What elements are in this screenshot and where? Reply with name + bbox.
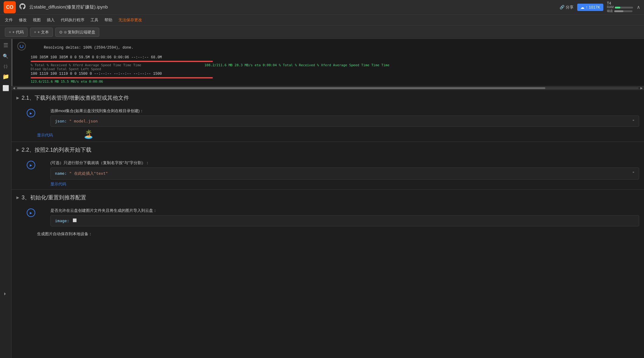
name-value: " 在此处插入"text" — [69, 171, 108, 176]
section-2-2-header[interactable]: ▶ 2.2、按照2.1的列表开始下载 — [12, 142, 644, 158]
logo-icon: CO — [4, 1, 16, 13]
json-value: " model.json — [69, 119, 98, 123]
share-icon: 🔗 — [560, 5, 564, 9]
cloud-upload-button[interactable]: ☁ ↑ 1017K — [577, 4, 603, 11]
share-button[interactable]: 🔗 分享 — [560, 5, 574, 10]
image-checkbox[interactable] — [73, 219, 77, 222]
progress-bar-2 — [31, 77, 213, 78]
github-icon — [19, 3, 26, 11]
section-3: ▶ 3、初始化/重置到推荐配置 ▶ 是否允许在云盘创建图片文件夹且将生成的图片导… — [12, 190, 644, 242]
section-2-1-title: 2.1、下载列表管理/增删改查模型或其他文件 — [22, 94, 129, 102]
expand-button[interactable]: ∧ — [637, 4, 640, 10]
plus-text-icon: + — [34, 30, 36, 34]
image-label: image: — [55, 219, 69, 223]
section-2-1-arrow: ▶ — [16, 96, 19, 100]
output-line-1: Resolving deltas: 100% (2594/2594), done… — [31, 41, 640, 54]
play-icon-2-2: ▶ — [30, 164, 32, 167]
topbar-right: 🔗 分享 ☁ ↑ 1017K T4 RAM 磁盘 ∧ — [560, 1, 640, 13]
download-cols: Dload Upload Total Spent Left Speed — [31, 67, 640, 71]
toolbar: + + 代码 + + 文本 ⊙ ⊙ 复制到云端硬盘 — [0, 26, 644, 39]
eta-line-2: 123.6/211.6 MB 15.5 MB/s eta 0:00:06 — [31, 80, 640, 84]
menu-insert[interactable]: 插入 — [47, 17, 55, 23]
cell-2-2-content: (可选）只进行部分下载就填（复制名字按"与"字分割）： name: " 在此处插… — [37, 160, 639, 187]
json-label: json: — [55, 119, 67, 123]
sidebar-arrow-right[interactable] — [2, 291, 7, 297]
show-code-2-1[interactable]: 显示代码 — [37, 133, 53, 138]
menu-runtime[interactable]: 代码执行程序 — [61, 17, 84, 23]
cell-3-bottom-text: 生成图片自动保存到本地设备： — [37, 229, 639, 239]
topbar: CO 云stable_diffusion(修复挖矿嫌疑).ipynb 🔗 分享 … — [0, 0, 644, 15]
menubar: 文件 修改 视图 插入 代码执行程序 工具 帮助 无法保存更改 — [0, 15, 644, 26]
cloud-icon: ☁ — [580, 5, 584, 10]
sidebar-menu-icon[interactable]: ☰ — [3, 42, 8, 49]
show-code-2-2[interactable]: 显示代码 — [50, 181, 639, 187]
eta-line-1: 108.2/211.6 MB 28.3 MB/s eta 0:00:04 % T… — [204, 63, 389, 67]
section-3-header[interactable]: ▶ 3、初始化/重置到推荐配置 — [12, 190, 644, 205]
cell-spinner — [17, 42, 26, 50]
output-cell-running: Resolving deltas: 100% (2594/2594), done… — [12, 39, 644, 86]
progress-bar-1 — [31, 61, 213, 62]
name-label: name: — [55, 171, 67, 176]
add-code-button[interactable]: + + 代码 — [5, 28, 28, 37]
copy-cloud-icon: ⊙ — [59, 30, 63, 34]
palm-tree-emoji: 🏝️ — [83, 129, 94, 139]
cell-2-1: ▶ 选择mod集合(如果云盘没找到集合则在根目录创建)： json: " mod… — [12, 106, 644, 142]
sidebar-files-icon[interactable]: 📁 — [2, 73, 9, 80]
disk-bar — [614, 10, 632, 12]
cell-2-2: ▶ (可选）只进行部分下载就填（复制名字按"与"字分割）： name: " 在此… — [12, 158, 644, 189]
cell-3-run-button[interactable]: ▶ — [27, 208, 35, 217]
section-2-2-title: 2.2、按照2.1的列表开始下载 — [22, 146, 91, 153]
cell-2-2-description: (可选）只进行部分下载就填（复制名字按"与"字分割）： — [50, 160, 639, 166]
cell-2-2-run-button[interactable]: ▶ — [27, 161, 35, 169]
output-progress-1: 100 385M 100 385M 0 0 59.5M 0 0:00:06 0:… — [31, 55, 640, 84]
quote-mark: " — [632, 119, 635, 123]
cell-3: ▶ 是否允许在云盘创建图片文件夹且将生成的图片导入到云盘： image: 生成图… — [12, 205, 644, 242]
menu-edit[interactable]: 修改 — [19, 17, 27, 23]
cell-2-1-footer: 显示代码 🏝️ — [37, 129, 639, 139]
cell-2-1-run-button[interactable]: ▶ — [27, 109, 35, 117]
ram-indicator: T4 RAM 磁盘 — [607, 1, 633, 13]
cell-3-content: 是否允许在云盘创建图片文件夹且将生成的图片导入到云盘： image: 生成图片自… — [37, 208, 639, 239]
section-2-2-arrow: ▶ — [16, 148, 19, 152]
cell-3-description: 是否允许在云盘创建图片文件夹且将生成的图片导入到云盘： — [50, 208, 639, 213]
sidebar-square-icon[interactable]: ⬜ — [2, 85, 9, 91]
ram-label: RAM — [607, 5, 614, 9]
menu-save-warning[interactable]: 无法保存更改 — [118, 17, 142, 23]
quote-mark-2: " — [632, 171, 635, 175]
scroll-right-arrow[interactable]: ▶ — [640, 86, 643, 90]
notebook-title: 云stable_diffusion(修复挖矿嫌疑).ipynb — [29, 4, 556, 10]
section-3-arrow: ▶ — [16, 195, 19, 200]
scroll-track[interactable] — [17, 87, 639, 89]
section-2-1: ▶ 2.1、下载列表管理/增删改查模型或其他文件 ▶ 选择mod集合(如果云盘没… — [12, 90, 644, 142]
horizontal-scrollbar[interactable]: ◀ ▶ — [12, 86, 644, 90]
section-2-2: ▶ 2.2、按照2.1的列表开始下载 ▶ (可选）只进行部分下载就填（复制名字按… — [12, 142, 644, 189]
section-2-1-header[interactable]: ▶ 2.1、下载列表管理/增删改查模型或其他文件 — [12, 90, 644, 106]
output-progress-2-text: 100 1119 100 1119 0 0 1500 0 --:--:-- --… — [31, 72, 640, 76]
left-sidebar: ☰ 🔍 {:} 📁 ⬜ — [0, 39, 12, 358]
cell-3-code: image: — [50, 215, 639, 226]
plus-icon: + — [9, 30, 11, 34]
play-icon-2-1: ▶ — [30, 112, 32, 115]
cell-2-1-content: 选择mod集合(如果云盘没找到集合则在根目录创建)： json: " model… — [37, 108, 639, 139]
menu-help[interactable]: 帮助 — [104, 17, 112, 23]
section-3-title: 3、初始化/重置到推荐配置 — [22, 194, 86, 201]
cell-2-1-code: json: " model.json " — [50, 115, 639, 127]
menu-tools[interactable]: 工具 — [90, 17, 98, 23]
ram-bar — [615, 7, 633, 9]
add-text-button[interactable]: + + 文本 — [30, 28, 53, 37]
disk-label: 磁盘 — [607, 9, 613, 13]
sidebar-search-icon[interactable]: 🔍 — [3, 53, 9, 59]
menu-view[interactable]: 视图 — [33, 17, 41, 23]
t4-badge: T4 — [607, 1, 611, 5]
play-icon-3: ▶ — [30, 211, 32, 215]
cell-2-1-description: 选择mod集合(如果云盘没找到集合则在根目录创建)： — [50, 108, 639, 114]
menu-file[interactable]: 文件 — [5, 17, 13, 23]
download-header: % Total % Received % Xferd Average Speed… — [31, 63, 141, 67]
main-content: Resolving deltas: 100% (2594/2594), done… — [12, 39, 644, 358]
scroll-left-arrow[interactable]: ◀ — [13, 86, 15, 90]
cell-2-2-code: name: " 在此处插入"text" " — [50, 167, 639, 180]
copy-to-cloud-button[interactable]: ⊙ ⊙ 复制到云端硬盘 — [55, 28, 100, 37]
scroll-thumb[interactable] — [17, 87, 545, 89]
sidebar-code-icon[interactable]: {:} — [4, 64, 7, 68]
